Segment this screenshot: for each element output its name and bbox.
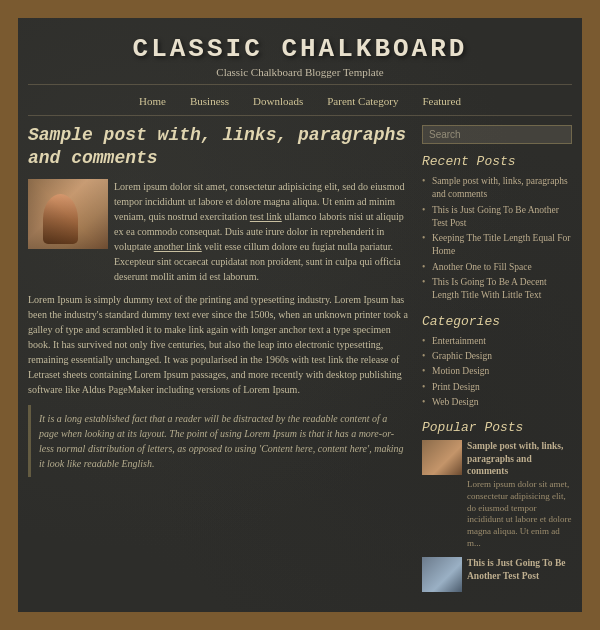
list-item: Keeping The Title Length Equal For Home [422,231,572,260]
site-title: CLASSIC CHALKBOARD [28,34,572,64]
post-title: Sample post with, links, paragraphs and … [28,124,412,171]
link-2[interactable]: another link [154,241,202,252]
nav-business[interactable]: Business [190,95,229,107]
post-intro-text: Lorem ipsum dolor sit amet, consectetur … [114,179,412,284]
category-link-5[interactable]: Web Design [432,397,478,407]
content-area: Sample post with, links, paragraphs and … [28,124,572,602]
list-item: Entertainment [422,334,572,349]
popular-post-image-1 [422,440,462,475]
link-3[interactable]: link again with longer anchor text [189,324,324,335]
recent-post-link-5[interactable]: This Is Going To Be A Decent Length Titl… [432,277,547,300]
popular-post-title-2[interactable]: This is Just Going To Be Another Test Po… [467,557,572,582]
list-item: Sample post with, links, paragraphs and … [422,174,572,203]
recent-posts-section: Recent Posts Sample post with, links, pa… [422,154,572,304]
main-nav: Home Business Downloads Parent Category … [28,84,572,116]
recent-posts-title: Recent Posts [422,154,572,169]
recent-posts-list: Sample post with, links, paragraphs and … [422,174,572,304]
popular-post-item-2: This is Just Going To Be Another Test Po… [422,557,572,592]
post-intro: Lorem ipsum dolor sit amet, consectetur … [28,179,412,284]
category-link-2[interactable]: Graphic Design [432,351,492,361]
post-body: Lorem Ipsum is simply dummy text of the … [28,292,412,397]
list-item: Another One to Fill Space [422,260,572,275]
popular-posts-title: Popular Posts [422,420,572,435]
popular-post-item-1: Sample post with, links, paragraphs and … [422,440,572,549]
nav-downloads[interactable]: Downloads [253,95,303,107]
link-1[interactable]: test link [250,211,282,222]
categories-title: Categories [422,314,572,329]
site-header: CLASSIC CHALKBOARD Classic Chalkboard Bl… [28,26,572,84]
list-item: Web Design [422,395,572,410]
categories-list: Entertainment Graphic Design Motion Desi… [422,334,572,410]
link-4[interactable]: test link [312,354,344,365]
list-item: Graphic Design [422,349,572,364]
chalkboard-container: CLASSIC CHALKBOARD Classic Chalkboard Bl… [0,0,600,630]
nav-featured[interactable]: Featured [422,95,460,107]
nav-parent-category[interactable]: Parent Category [327,95,398,107]
search-input[interactable] [422,125,572,144]
list-item: This Is Going To Be A Decent Length Titl… [422,275,572,304]
list-item: Motion Design [422,364,572,379]
list-item: Print Design [422,380,572,395]
recent-post-link-1[interactable]: Sample post with, links, paragraphs and … [432,176,568,199]
popular-post-image-2 [422,557,462,592]
recent-post-link-3[interactable]: Keeping The Title Length Equal For Home [432,233,570,256]
category-link-4[interactable]: Print Design [432,382,480,392]
popular-post-title-1[interactable]: Sample post with, links, paragraphs and … [467,440,572,477]
sidebar: Recent Posts Sample post with, links, pa… [422,124,572,602]
popular-posts-section: Popular Posts Sample post with, links, p… [422,420,572,592]
post-blockquote: It is a long established fact that a rea… [28,405,412,477]
recent-post-link-4[interactable]: Another One to Fill Space [432,262,532,272]
popular-post-text-2: This is Just Going To Be Another Test Po… [467,557,572,592]
recent-post-link-2[interactable]: This is Just Going To Be Another Test Po… [432,205,559,228]
nav-home[interactable]: Home [139,95,166,107]
site-subtitle: Classic Chalkboard Blogger Template [28,66,572,78]
list-item: This is Just Going To Be Another Test Po… [422,203,572,232]
main-column: Sample post with, links, paragraphs and … [28,124,412,602]
post-image-figure [43,194,78,244]
category-link-1[interactable]: Entertainment [432,336,486,346]
post-image [28,179,108,249]
popular-post-excerpt-1: Lorem ipsum dolor sit amet, consectetur … [467,479,572,549]
categories-section: Categories Entertainment Graphic Design … [422,314,572,410]
category-link-3[interactable]: Motion Design [432,366,489,376]
popular-post-text-1: Sample post with, links, paragraphs and … [467,440,572,549]
